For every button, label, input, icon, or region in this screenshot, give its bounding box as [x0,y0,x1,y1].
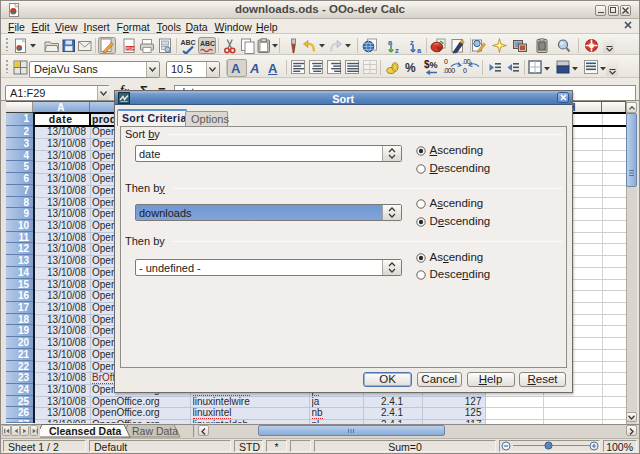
svg-text:ABC: ABC [181,39,196,46]
svg-text:z: z [395,46,399,54]
svg-text:ABC: ABC [200,40,215,47]
svg-text:PDF: PDF [126,46,135,51]
svg-text:a: a [417,46,422,54]
